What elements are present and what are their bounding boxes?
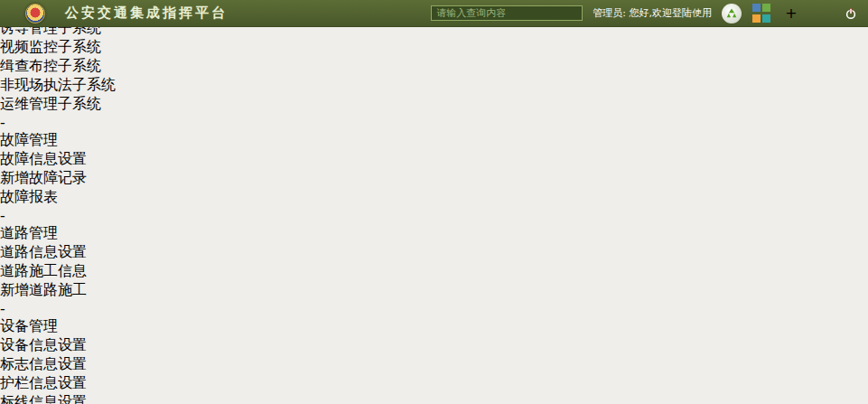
sidebar-item-operations[interactable]: 运维管理子系统 [0,95,868,114]
add-icon[interactable]: + [781,4,801,23]
tree-item-label: 设备管理 [0,317,868,336]
tree-item[interactable]: 标线信息设置 [0,393,868,404]
tree-item-label: 标线信息设置 [0,393,868,404]
header-right-group: 管理员: 您好,欢迎登陆使用 + [431,4,868,23]
tree-item-label: 新增故障记录 [0,169,868,188]
tree-item[interactable]: 新增故障记录 [0,169,868,188]
tree-item[interactable]: 故障报表 [0,188,868,207]
tree-item-label: 道路信息设置 [0,243,868,262]
tree-item-label: 标志信息设置 [0,355,868,374]
tree-item[interactable]: 道路信息设置 [0,243,868,262]
app-title: 公安交通集成指挥平台 [65,5,228,22]
sidebar-tree-panel: -故障管理故障信息设置新增故障记录故障报表-道路管理道路信息设置道路施工信息新增… [0,114,868,404]
tree-item[interactable]: 新增道路施工 [0,281,868,300]
tree-item[interactable]: 故障信息设置 [0,150,868,169]
tree: -故障管理故障信息设置新增故障记录故障报表-道路管理道路信息设置道路施工信息新增… [0,114,868,404]
tree-item-label: 故障报表 [0,188,868,207]
tree-item[interactable]: 标志信息设置 [0,355,868,374]
tree-item-label: 故障管理 [0,131,868,150]
sidebar-item[interactable]: 非现场执法子系统 [0,76,868,95]
globe-icon[interactable] [811,4,831,23]
app-root: 公安交通集成指挥平台 管理员: 您好,欢迎登陆使用 + 信号管理子系统诱导管理子… [0,0,868,404]
power-icon[interactable] [841,4,861,23]
app-header: 公安交通集成指挥平台 管理员: 您好,欢迎登陆使用 + [0,0,868,27]
tree-item[interactable]: 道路施工信息 [0,262,868,281]
tree-item-label: 新增道路施工 [0,281,868,300]
tree-folder[interactable]: -故障管理 [0,114,868,150]
global-search-input[interactable] [431,5,583,21]
tree-item[interactable]: 设备信息设置 [0,336,868,355]
sidebar-item[interactable]: 视频监控子系统 [0,38,868,57]
apps-grid-icon[interactable] [751,4,771,23]
sidebar: 信号管理子系统诱导管理子系统视频监控子系统缉查布控子系统非现场执法子系统 运维管… [0,0,868,404]
collapse-toggle-icon[interactable]: - [0,300,868,317]
welcome-text: 管理员: 您好,欢迎登陆使用 [593,6,712,20]
tree-item-label: 道路施工信息 [0,262,868,281]
tree-item-label: 故障信息设置 [0,150,868,169]
tree-folder[interactable]: -道路管理 [0,207,868,243]
tree-item-label: 道路管理 [0,224,868,243]
recycle-icon[interactable] [722,4,742,23]
sidebar-item[interactable]: 缉查布控子系统 [0,57,868,76]
tree-folder[interactable]: -设备管理 [0,300,868,336]
collapse-toggle-icon[interactable]: - [0,114,868,131]
collapse-toggle-icon[interactable]: - [0,207,868,224]
tree-item[interactable]: 护栏信息设置 [0,374,868,393]
tree-item-label: 护栏信息设置 [0,374,868,393]
tree-item-label: 设备信息设置 [0,336,868,355]
police-badge-logo [25,4,45,23]
